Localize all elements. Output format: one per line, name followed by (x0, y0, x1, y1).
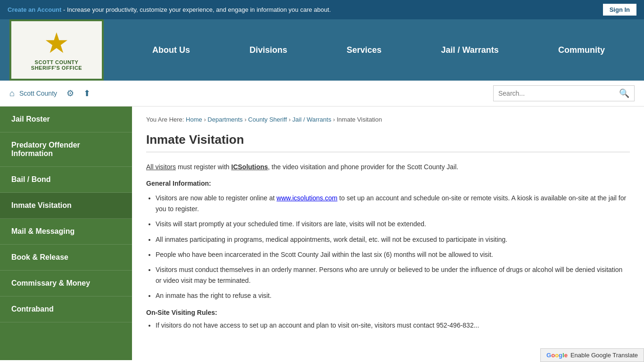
sign-in-button[interactable]: Sign In (603, 4, 636, 16)
bullet-6: An inmate has the right to refuse a visi… (156, 290, 630, 301)
google-translate-label: Enable Google Translate (570, 352, 638, 359)
breadcrumb-home[interactable]: Home (186, 116, 202, 123)
sub-header: ⌂ Scott County ⚙ ⬆ 🔍 (0, 81, 644, 107)
general-info-heading: General Information: (146, 180, 630, 187)
sidebar-item-commissary-money[interactable]: Commissary & Money (0, 271, 132, 296)
sidebar-item-predatory-offender[interactable]: Predatory Offender Information (0, 132, 132, 167)
logo-area: ★ SCOTT COUNTY SHERIFF'S OFFICE (9, 19, 104, 81)
logo-text: SCOTT COUNTY SHERIFF'S OFFICE (31, 59, 82, 71)
general-bullets: Visitors are now able to register online… (156, 193, 630, 301)
search-button[interactable]: 🔍 (619, 88, 629, 99)
breadcrumb-departments[interactable]: Departments (207, 116, 242, 123)
nav-about-us[interactable]: About Us (143, 41, 199, 60)
nav-divisions[interactable]: Divisions (240, 41, 297, 60)
on-site-bullet-1: If visitors do not have access to set up… (156, 320, 630, 330)
sidebar-item-inmate-visitation[interactable]: Inmate Visitation (0, 193, 132, 219)
breadcrumb-sep-3: › (289, 116, 292, 123)
bullet-2: Visits will start promptly at your sched… (156, 219, 630, 229)
top-bar: Create an Account - Increase your produc… (0, 0, 644, 19)
sidebar-item-book-release[interactable]: Book & Release (0, 245, 132, 271)
page-layout: Jail Roster Predatory Offender Informati… (0, 107, 644, 360)
breadcrumb-county-sheriff[interactable]: County Sheriff (248, 116, 287, 123)
icsolutions-url[interactable]: www.icsolutions.com (277, 194, 338, 202)
bullet-3: All inmates participating in programs, m… (156, 234, 630, 245)
nav-services[interactable]: Services (337, 41, 391, 60)
intro-text-part3: , the video visitation and phone provide… (268, 163, 458, 171)
main-content: You Are Here: Home › Departments › Count… (132, 107, 644, 360)
logo-star-icon: ★ (44, 29, 69, 58)
page-title: Inmate Visitation (146, 132, 630, 152)
search-input[interactable] (498, 90, 619, 97)
on-site-heading: On-Site Visiting Rules: (146, 309, 630, 316)
home-link[interactable]: Scott County (19, 90, 57, 97)
site-header: ★ SCOTT COUNTY SHERIFF'S OFFICE About Us… (0, 19, 644, 81)
home-icon[interactable]: ⌂ (9, 89, 15, 99)
bullet-4: People who have been incarcerated in the… (156, 249, 630, 260)
on-site-bullets: If visitors do not have access to set up… (156, 320, 630, 330)
breadcrumb-jail-warrants[interactable]: Jail / Warrants (292, 116, 331, 123)
bullet-1: Visitors are now able to register online… (156, 193, 630, 214)
nav-community[interactable]: Community (549, 41, 614, 60)
google-g-icon: Google (546, 352, 568, 359)
sidebar-item-bail-bond[interactable]: Bail / Bond (0, 167, 132, 193)
intro-text-part2: must register with (176, 163, 231, 171)
icsolutions-link[interactable]: ICSolutions (231, 163, 268, 171)
logo-box: ★ SCOTT COUNTY SHERIFF'S OFFICE (9, 19, 104, 81)
bullet-5: Visitors must conduct themselves in an o… (156, 264, 630, 286)
sidebar: Jail Roster Predatory Offender Informati… (0, 107, 132, 360)
sidebar-item-jail-roster[interactable]: Jail Roster (0, 107, 132, 132)
intro-paragraph: All visitors must register with ICSoluti… (146, 162, 630, 172)
all-visitors-link[interactable]: All visitors (146, 163, 176, 171)
top-bar-message: Create an Account - Increase your produc… (8, 6, 331, 13)
breadcrumb: You Are Here: Home › Departments › Count… (146, 116, 630, 123)
google-translate-bar[interactable]: Google Enable Google Translate (540, 348, 644, 360)
share-icon[interactable]: ⬆ (83, 88, 91, 99)
main-nav: About Us Divisions Services Jail / Warra… (123, 41, 635, 60)
create-account-link[interactable]: Create an Account (8, 6, 61, 13)
settings-icon[interactable]: ⚙ (66, 88, 74, 99)
breadcrumb-prefix: You Are Here: (146, 116, 184, 123)
breadcrumb-nav: ⌂ Scott County ⚙ ⬆ (9, 88, 91, 99)
sidebar-item-contraband[interactable]: Contraband (0, 296, 132, 322)
nav-jail-warrants[interactable]: Jail / Warrants (431, 41, 508, 60)
breadcrumb-current: Inmate Visitation (337, 116, 382, 123)
sidebar-item-mail-messaging[interactable]: Mail & Messaging (0, 219, 132, 245)
top-bar-tagline: - Increase your productivity, customize … (61, 6, 330, 13)
search-area: 🔍 (493, 85, 635, 101)
